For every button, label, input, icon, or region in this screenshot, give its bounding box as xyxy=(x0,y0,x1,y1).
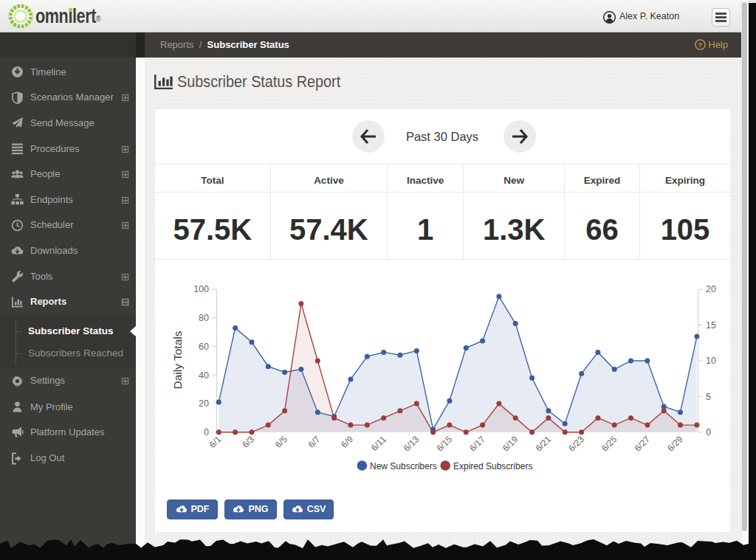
svg-text:6/7: 6/7 xyxy=(306,434,323,450)
svg-text:6/11: 6/11 xyxy=(369,434,388,453)
svg-text:60: 60 xyxy=(199,342,209,352)
svg-text:6/13: 6/13 xyxy=(402,434,422,454)
svg-text:Daily Totals: Daily Totals xyxy=(171,331,184,389)
svg-text:6/27: 6/27 xyxy=(633,434,653,454)
svg-text:40: 40 xyxy=(199,370,209,381)
svg-text:6/25: 6/25 xyxy=(599,434,619,454)
svg-text:New Subscribers: New Subscribers xyxy=(370,461,437,471)
svg-text:6/29: 6/29 xyxy=(665,434,685,454)
svg-text:0: 0 xyxy=(204,427,209,438)
svg-text:6/19: 6/19 xyxy=(501,434,520,454)
svg-text:6/15: 6/15 xyxy=(435,434,455,454)
svg-text:6/1: 6/1 xyxy=(207,434,224,450)
svg-text:0: 0 xyxy=(706,427,711,438)
svg-text:6/17: 6/17 xyxy=(467,434,487,454)
svg-text:6/23: 6/23 xyxy=(566,434,586,454)
svg-text:20: 20 xyxy=(199,398,209,409)
svg-text:100: 100 xyxy=(193,284,209,294)
svg-text:80: 80 xyxy=(199,313,209,323)
svg-text:6/21: 6/21 xyxy=(534,434,554,454)
svg-text:10: 10 xyxy=(706,356,716,366)
svg-text:6/5: 6/5 xyxy=(273,434,289,450)
svg-text:6/9: 6/9 xyxy=(339,434,355,450)
svg-text:5: 5 xyxy=(706,392,711,402)
svg-text:15: 15 xyxy=(706,320,716,331)
svg-text:?: ? xyxy=(698,41,702,49)
svg-text:20: 20 xyxy=(706,284,716,294)
svg-text:6/3: 6/3 xyxy=(240,434,256,450)
svg-text:Expired Subscribers: Expired Subscribers xyxy=(453,461,532,471)
